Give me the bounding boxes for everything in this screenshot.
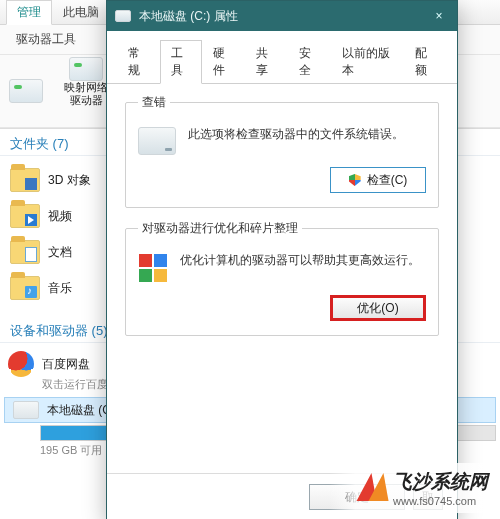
dialog-body: 查错 此选项将检查驱动器中的文件系统错误。 检查(C) 对驱动器进行优化和碎片整… bbox=[107, 84, 457, 473]
check-button-label: 检查(C) bbox=[367, 172, 408, 189]
close-icon: × bbox=[435, 9, 442, 23]
watermark: 飞沙系统网 www.fs0745.com bbox=[329, 463, 494, 513]
folder-icon bbox=[10, 204, 40, 228]
ribbon-map-drive[interactable] bbox=[10, 79, 42, 103]
hdd-icon bbox=[138, 127, 176, 155]
baidu-icon bbox=[8, 351, 34, 377]
group-legend: 查错 bbox=[138, 94, 170, 111]
map-drive-label2: 驱动器 bbox=[70, 94, 103, 106]
group-legend: 对驱动器进行优化和碎片整理 bbox=[138, 220, 302, 237]
tab-general[interactable]: 常规 bbox=[117, 40, 160, 84]
optimize-desc: 优化计算机的驱动器可以帮助其更高效运行。 bbox=[180, 251, 426, 269]
device-label: 百度网盘 bbox=[42, 356, 90, 373]
map-drive-label1: 映射网络 bbox=[64, 81, 108, 93]
tab-quota[interactable]: 配额 bbox=[404, 40, 447, 84]
check-desc: 此选项将检查驱动器中的文件系统错误。 bbox=[188, 125, 426, 143]
tab-tools[interactable]: 工具 bbox=[160, 40, 203, 84]
group-optimize: 对驱动器进行优化和碎片整理 优化计算机的驱动器可以帮助其更高效运行。 优化(O) bbox=[125, 220, 439, 336]
shield-icon bbox=[349, 174, 361, 186]
folder-icon bbox=[10, 168, 40, 192]
close-button[interactable]: × bbox=[421, 1, 457, 31]
drive-icon bbox=[9, 79, 43, 103]
titlebar[interactable]: 本地磁盘 (C:) 属性 × bbox=[107, 1, 457, 31]
network-drive-icon bbox=[69, 57, 103, 81]
folder-label: 3D 对象 bbox=[48, 172, 91, 189]
tab-security[interactable]: 安全 bbox=[288, 40, 331, 84]
properties-dialog: 本地磁盘 (C:) 属性 × 常规 工具 硬件 共享 安全 以前的版本 配额 查… bbox=[106, 0, 458, 519]
tab-previous[interactable]: 以前的版本 bbox=[331, 40, 405, 84]
drive-icon bbox=[115, 10, 131, 22]
optimize-button-label: 优化(O) bbox=[357, 300, 398, 317]
folder-icon bbox=[10, 276, 40, 300]
dialog-title: 本地磁盘 (C:) 属性 bbox=[139, 8, 449, 25]
folder-label: 音乐 bbox=[48, 280, 72, 297]
tab-hardware[interactable]: 硬件 bbox=[202, 40, 245, 84]
watermark-logo-icon bbox=[359, 473, 389, 503]
tab-sharing[interactable]: 共享 bbox=[245, 40, 288, 84]
folder-icon bbox=[10, 240, 40, 264]
check-button[interactable]: 检查(C) bbox=[330, 167, 426, 193]
watermark-brand: 飞沙系统网 bbox=[393, 469, 488, 495]
optimize-button[interactable]: 优化(O) bbox=[330, 295, 426, 321]
watermark-url: www.fs0745.com bbox=[393, 495, 488, 507]
ribbon-tab-manage[interactable]: 管理 bbox=[6, 0, 52, 25]
ribbon-tab-thispc[interactable]: 此电脑 bbox=[52, 0, 110, 25]
defrag-icon bbox=[138, 253, 168, 283]
folder-label: 文档 bbox=[48, 244, 72, 261]
group-error-check: 查错 此选项将检查驱动器中的文件系统错误。 检查(C) bbox=[125, 94, 439, 208]
tabs: 常规 工具 硬件 共享 安全 以前的版本 配额 bbox=[107, 31, 457, 84]
ribbon-group-drive-tools: 驱动器工具 bbox=[10, 31, 82, 48]
folder-label: 视频 bbox=[48, 208, 72, 225]
drive-icon bbox=[13, 401, 39, 419]
